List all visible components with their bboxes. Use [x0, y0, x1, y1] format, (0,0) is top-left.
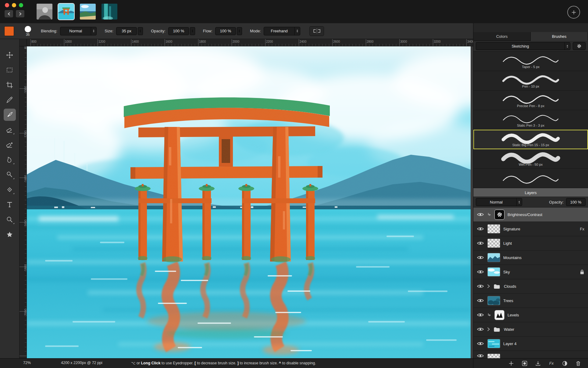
ruler-number: 2600	[333, 40, 340, 43]
brush-item[interactable]	[473, 169, 588, 188]
gradient-tool-button[interactable]	[4, 183, 16, 196]
layer-row-sky[interactable]: Sky	[473, 265, 588, 279]
visibility-eye-icon[interactable]	[477, 327, 484, 331]
brush-label: Static Big Pen 15 - 15 px	[512, 143, 549, 147]
ruler-horizontal[interactable]: 800 1000 1200 1400 1600 1800 2000 2200 2…	[27, 39, 473, 46]
blending-dropdown[interactable]: Normal	[60, 27, 97, 35]
layer-row-brightness-contrast[interactable]: Brightness/Contrast	[473, 207, 588, 222]
visibility-eye-icon[interactable]	[477, 284, 484, 288]
transparent-layer-thumbnail	[487, 354, 500, 359]
brush-item[interactable]: Wet Pen - 50 px	[473, 149, 588, 169]
brush-stroke-preview	[495, 93, 566, 105]
pencil-t[interactable]	[4, 94, 16, 106]
visibility-eye-icon[interactable]	[477, 255, 484, 260]
size-stepper-arrows[interactable]	[138, 27, 143, 35]
back-button[interactable]	[4, 10, 13, 18]
doc-thumb-portrait[interactable]	[37, 4, 52, 20]
fullscreen-window-button[interactable]	[19, 3, 23, 7]
flow-stepper[interactable]: 100 %	[215, 27, 242, 35]
visibility-eye-icon[interactable]	[477, 270, 484, 274]
brush-item[interactable]: Pen - 10 px	[473, 71, 588, 91]
layer-row-signature[interactable]: Signature Fx	[473, 222, 588, 236]
layer-row-mountains[interactable]: Mountains	[473, 251, 588, 265]
layer-row-layer4[interactable]: Layer 4	[473, 337, 588, 351]
marquee-tool-button[interactable]	[4, 64, 16, 76]
brush-item[interactable]: Static Pen 3 - 3 px	[473, 110, 588, 130]
layer-row-water-group[interactable]: Water	[473, 322, 588, 337]
move-tool-button[interactable]	[4, 49, 16, 61]
adjustment-button[interactable]	[562, 360, 568, 366]
brush-settings-button[interactable]	[573, 42, 586, 50]
visibility-eye-icon[interactable]	[477, 313, 484, 317]
brush-label: Wet Pen - 50 px	[519, 163, 543, 166]
adjustment-gear-icon	[494, 210, 504, 220]
brush-item[interactable]: Taper - 5 px	[473, 52, 588, 71]
brush-item-selected[interactable]: Static Big Pen 15 - 15 px	[473, 130, 588, 149]
symmetry-button[interactable]	[309, 26, 324, 36]
active-color-swatch[interactable]	[4, 26, 14, 36]
opacity-stepper[interactable]: 100 %	[168, 27, 195, 35]
chevron-updown-icon	[294, 27, 300, 35]
doc-thumb-coast[interactable]	[80, 4, 96, 20]
size-value[interactable]: 35 px	[116, 27, 137, 35]
layer-row-trees[interactable]: Trees	[473, 294, 588, 308]
visibility-eye-icon[interactable]	[477, 354, 484, 358]
visibility-eye-icon[interactable]	[477, 227, 484, 231]
transparent-layer-thumbnail	[487, 239, 500, 248]
tab-colors[interactable]: Colors	[473, 32, 531, 41]
layer-row-levels[interactable]: Levels	[473, 308, 588, 322]
layer-row-partial[interactable]	[473, 351, 588, 359]
ruler-number: 800	[24, 46, 27, 49]
lock-icon[interactable]	[580, 269, 584, 275]
opacity-stepper-arrows[interactable]	[190, 27, 195, 35]
layer-effects-button[interactable]: Fx	[548, 360, 554, 366]
brush-item[interactable]: Precise Pen - 8 px	[473, 91, 588, 110]
flow-stepper-arrows[interactable]	[237, 27, 242, 35]
brush-category-dropdown[interactable]: Sketching	[476, 42, 570, 50]
layer-row-light[interactable]: Light	[473, 236, 588, 251]
visibility-eye-icon[interactable]	[477, 341, 484, 346]
text-tool-button[interactable]	[4, 198, 16, 211]
favorites-star-button[interactable]	[4, 228, 16, 240]
fx-badge[interactable]: Fx	[580, 227, 584, 231]
close-window-button[interactable]	[5, 3, 9, 7]
add-mask-button[interactable]	[522, 360, 528, 366]
doc-thumb-torii-active[interactable]	[58, 4, 74, 20]
layer-blend-dropdown[interactable]: Normal	[476, 198, 522, 206]
zoom-tool-button[interactable]	[4, 213, 16, 225]
size-stepper[interactable]: 35 px	[116, 27, 143, 35]
smudge-tool-button[interactable]	[4, 153, 16, 166]
flow-value[interactable]: 100 %	[215, 27, 236, 35]
forward-button[interactable]	[16, 10, 25, 18]
add-layer-button[interactable]	[508, 360, 514, 366]
layer-row-clouds-group[interactable]: Clouds	[473, 279, 588, 294]
layer-name: Sky	[503, 270, 577, 274]
hint-segment: to increase brush size.	[239, 361, 279, 365]
doc-thumb-waterfall[interactable]	[102, 4, 117, 20]
delete-layer-button[interactable]	[575, 360, 581, 366]
mode-dropdown[interactable]: Freehand	[264, 27, 300, 35]
tab-brushes[interactable]: Brushes	[531, 32, 588, 41]
new-document-button[interactable]	[567, 6, 580, 19]
ruler-vertical[interactable]: 800 1000 1200 1400 1600 1800 2000	[20, 46, 27, 359]
zoom-level[interactable]: 72%	[23, 361, 31, 365]
opacity-value[interactable]: 100 %	[168, 27, 189, 35]
merge-down-button[interactable]	[535, 360, 541, 366]
eraser-tool-button[interactable]	[4, 124, 16, 136]
folder-icon	[494, 284, 501, 289]
expand-chevron-icon[interactable]	[487, 284, 490, 288]
minimize-window-button[interactable]	[12, 3, 16, 7]
flood-eraser-tool-button[interactable]	[4, 139, 16, 151]
canvas[interactable]	[27, 46, 473, 359]
clone-stamp-tool-button[interactable]	[4, 168, 16, 181]
brush-label: Taper - 5 px	[522, 65, 540, 69]
visibility-eye-icon[interactable]	[477, 241, 484, 245]
crop-tool-button[interactable]	[4, 79, 16, 91]
visibility-eye-icon[interactable]	[477, 298, 484, 303]
expand-chevron-icon[interactable]	[487, 327, 490, 331]
hint-segment: to decrease brush size.	[196, 361, 237, 365]
layer-opacity-field[interactable]: 100 %	[566, 198, 586, 206]
paint-brush-tool-button[interactable]	[4, 109, 16, 121]
studio-tabs: Colors Brushes	[473, 32, 588, 41]
visibility-eye-icon[interactable]	[477, 212, 484, 217]
